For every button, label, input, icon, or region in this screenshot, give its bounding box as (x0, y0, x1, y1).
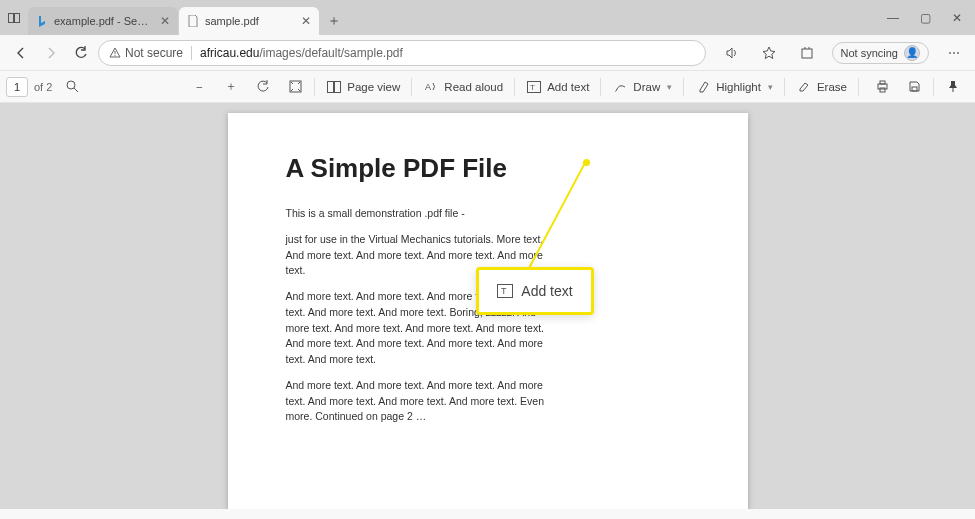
svg-point-7 (67, 81, 75, 89)
page-view-label: Page view (347, 81, 400, 93)
browser-addressbar: Not secure africau.edu/images/default/sa… (0, 35, 975, 71)
highlight-button[interactable]: Highlight ▾ (687, 74, 781, 100)
menu-button[interactable]: ⋯ (941, 40, 967, 66)
draw-button[interactable]: Draw ▾ (604, 74, 680, 100)
highlight-icon (695, 79, 711, 95)
svg-text:T: T (501, 286, 507, 296)
page-view-icon (326, 79, 342, 95)
tab-title: example.pdf - Search (54, 15, 154, 27)
read-aloud-icon: A (423, 79, 439, 95)
svg-rect-4 (802, 49, 812, 58)
chevron-down-icon: ▾ (768, 82, 773, 92)
page-total: of 2 (34, 81, 52, 93)
callout-anchor-dot (583, 159, 590, 166)
fit-page-button[interactable] (279, 74, 311, 100)
close-icon[interactable]: ✕ (160, 14, 170, 28)
avatar-icon: 👤 (904, 45, 920, 61)
minimize-button[interactable]: — (887, 11, 899, 25)
fit-icon (287, 79, 303, 95)
forward-button[interactable] (38, 40, 64, 66)
search-pdf-button[interactable] (58, 74, 87, 100)
save-button[interactable] (898, 74, 930, 100)
separator (514, 78, 515, 96)
svg-text:T: T (530, 83, 535, 92)
add-text-icon: T (497, 283, 513, 299)
tab-actions-icon[interactable] (6, 4, 22, 32)
new-tab-button[interactable]: ＋ (320, 7, 348, 35)
separator (933, 78, 934, 96)
pdf-viewer[interactable]: A Simple PDF File This is a small demons… (0, 103, 975, 509)
refresh-button[interactable] (68, 40, 94, 66)
add-text-label: Add text (547, 81, 589, 93)
rotate-button[interactable] (247, 74, 279, 100)
separator (600, 78, 601, 96)
draw-icon (612, 79, 628, 95)
pin-icon (945, 79, 961, 95)
highlight-label: Highlight (716, 81, 761, 93)
search-icon (66, 80, 79, 93)
page-number-input[interactable] (6, 77, 28, 97)
close-icon[interactable]: ✕ (301, 14, 311, 28)
pdf-toolbar: of 2 − ＋ Page view A Read aloud T Add te… (0, 71, 975, 103)
read-aloud-icon[interactable] (718, 40, 744, 66)
add-text-icon: T (526, 79, 542, 95)
back-button[interactable] (8, 40, 34, 66)
draw-label: Draw (633, 81, 660, 93)
address-field[interactable]: Not secure africau.edu/images/default/sa… (98, 40, 706, 66)
collections-icon[interactable] (794, 40, 820, 66)
tab-pdf[interactable]: sample.pdf ✕ (179, 7, 319, 35)
zoom-out-button[interactable]: − (183, 74, 215, 100)
pinbar-button[interactable] (937, 74, 969, 100)
add-text-button[interactable]: T Add text (518, 74, 597, 100)
svg-rect-1 (15, 14, 20, 23)
print-icon (874, 79, 890, 95)
erase-icon (796, 79, 812, 95)
svg-line-8 (74, 88, 78, 92)
file-icon (187, 15, 199, 27)
warning-icon (109, 47, 121, 59)
tab-search[interactable]: example.pdf - Search ✕ (28, 7, 178, 35)
security-indicator[interactable]: Not secure (109, 46, 183, 60)
url-text: africau.edu/images/default/sample.pdf (200, 46, 403, 60)
sync-label: Not syncing (841, 47, 898, 59)
read-aloud-button[interactable]: A Read aloud (415, 74, 511, 100)
bing-icon (36, 15, 48, 27)
svg-rect-11 (335, 81, 341, 92)
pdf-paragraph: This is a small demonstration .pdf file … (286, 206, 556, 222)
pdf-title: A Simple PDF File (286, 153, 690, 184)
close-window-button[interactable]: ✕ (951, 11, 963, 25)
chevron-down-icon: ▾ (667, 82, 672, 92)
window-controls: — ▢ ✕ (887, 0, 975, 35)
separator (858, 78, 859, 96)
maximize-button[interactable]: ▢ (919, 11, 931, 25)
save-icon (906, 79, 922, 95)
security-label: Not secure (125, 46, 183, 60)
svg-text:A: A (425, 82, 431, 92)
separator (784, 78, 785, 96)
svg-point-3 (114, 55, 115, 56)
svg-rect-0 (9, 14, 14, 23)
divider (191, 46, 192, 60)
pdf-paragraph: And more text. And more text. And more t… (286, 378, 556, 425)
print-button[interactable] (866, 74, 898, 100)
tab-title: sample.pdf (205, 15, 295, 27)
separator (314, 78, 315, 96)
separator (411, 78, 412, 96)
erase-button[interactable]: Erase (788, 74, 855, 100)
page-view-button[interactable]: Page view (318, 74, 408, 100)
rotate-icon (255, 79, 271, 95)
plus-icon: ＋ (223, 79, 239, 95)
svg-rect-10 (328, 81, 334, 92)
favorites-icon[interactable] (756, 40, 782, 66)
browser-tabstrip: example.pdf - Search ✕ sample.pdf ✕ ＋ — … (0, 0, 975, 35)
profile-sync-button[interactable]: Not syncing 👤 (832, 42, 929, 64)
zoom-in-button[interactable]: ＋ (215, 74, 247, 100)
svg-rect-16 (880, 81, 885, 84)
callout-label: Add text (521, 283, 572, 299)
callout-add-text: T Add text (476, 267, 594, 315)
svg-rect-18 (912, 87, 917, 91)
erase-label: Erase (817, 81, 847, 93)
read-aloud-label: Read aloud (444, 81, 503, 93)
separator (683, 78, 684, 96)
minus-icon: − (191, 79, 207, 95)
